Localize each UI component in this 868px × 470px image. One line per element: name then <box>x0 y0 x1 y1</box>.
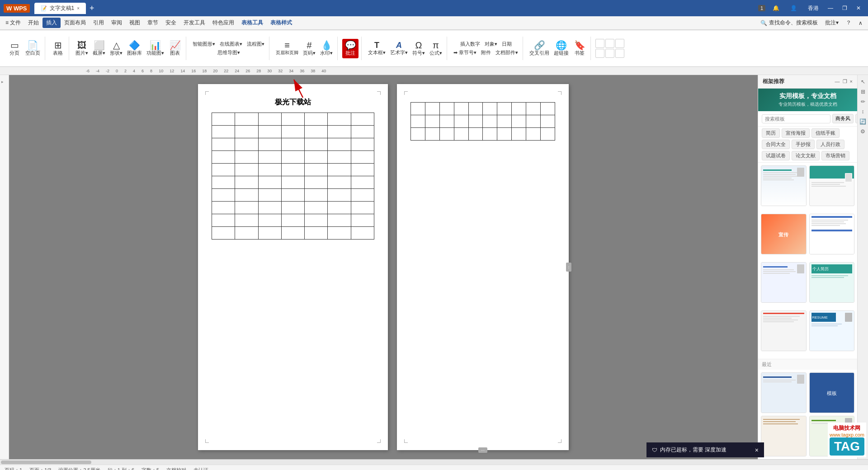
template-item-recent-2[interactable]: 模板 <box>809 372 855 413</box>
ribbon-btn-misc1[interactable] <box>595 39 604 48</box>
ribbon-btn-misc5[interactable] <box>605 49 614 58</box>
tag-letter[interactable]: 信纸手账 <box>811 128 840 138</box>
template-item-5[interactable] <box>761 262 807 303</box>
document-page-1[interactable]: 极光下载站 <box>198 84 388 450</box>
tag-thesis[interactable]: 论文文献 <box>792 151 820 160</box>
menu-layout[interactable]: 页面布局 <box>61 18 90 28</box>
ribbon-btn-misc2[interactable] <box>605 39 614 48</box>
bell-icon[interactable]: 🔔 <box>769 5 783 11</box>
side-icon-6[interactable]: ⚙ <box>860 128 865 135</box>
right-panel-restore[interactable]: ❐ <box>843 79 847 85</box>
menu-table-style[interactable]: 表格样式 <box>267 18 296 28</box>
ribbon-btn-smartshape[interactable]: 智能图形▾ <box>191 40 217 48</box>
ribbon-btn-onlinechart[interactable]: 在线图表▾ <box>218 40 244 48</box>
tag-resume[interactable]: 简历 <box>762 128 780 138</box>
template-item-recent-1[interactable] <box>761 372 807 413</box>
tag-hr[interactable]: 人员行政 <box>816 140 844 149</box>
ribbon-btn-attach[interactable]: 附件 <box>479 49 493 56</box>
ribbon-btn-table[interactable]: ⊞ 表格 <box>50 40 66 57</box>
side-icon-1[interactable]: ↖ <box>861 79 865 85</box>
tag-marketing[interactable]: 市场营销 <box>821 151 849 160</box>
menu-view[interactable]: 视图 <box>126 18 144 28</box>
menu-section[interactable]: 章节 <box>144 18 162 28</box>
ribbon-btn-flowchart[interactable]: 流程图▾ <box>245 40 266 48</box>
ribbon-btn-chart[interactable]: 📈 图表 <box>167 40 183 57</box>
tag-exam[interactable]: 试题试卷 <box>762 151 790 160</box>
side-icon-5[interactable]: 🔄 <box>859 118 866 125</box>
document-area[interactable]: 极光下载站 ⋮ ⋯ <box>9 75 758 459</box>
menu-comment[interactable]: 批注▾ <box>821 18 842 28</box>
ribbon-btn-misc4[interactable] <box>595 49 604 58</box>
resize-handle[interactable]: ⋮ <box>566 263 571 272</box>
ribbon-btn-headerfooter[interactable]: ≡ 页眉和页脚 <box>274 40 300 57</box>
page-1-table[interactable] <box>212 113 374 240</box>
template-item-1[interactable] <box>761 165 807 206</box>
menu-file[interactable]: ≡ 文件 <box>2 18 24 28</box>
menu-review[interactable]: 审阅 <box>108 18 126 28</box>
ribbon-btn-date[interactable]: 日期 <box>500 40 514 48</box>
ribbon-btn-watermark[interactable]: 💧 水印▾ <box>318 40 335 57</box>
ribbon-btn-shape[interactable]: △ 形状▾ <box>108 40 124 57</box>
menu-security[interactable]: 安全 <box>162 18 180 28</box>
ribbon-btn-misc6[interactable] <box>615 49 624 58</box>
template-search-input[interactable] <box>762 114 830 123</box>
window-close-button[interactable]: ✕ <box>853 5 864 11</box>
ribbon-btn-object[interactable]: 对象▾ <box>483 40 499 48</box>
ribbon-btn-sectionnum[interactable]: ➡ 章节号▾ <box>452 49 478 56</box>
ribbon-btn-pagenumber[interactable]: # 页码▾ <box>301 40 317 57</box>
expand-handle[interactable]: ⋯ <box>478 447 487 453</box>
ad-close-button[interactable]: × <box>755 446 759 454</box>
tag-contract[interactable]: 合同大全 <box>762 140 790 149</box>
ribbon-btn-fenye[interactable]: ▭ 分页 <box>6 40 23 57</box>
side-icon-3[interactable]: ✏ <box>861 99 865 105</box>
ribbon-btn-bookmark[interactable]: 🔖 书签 <box>571 40 588 57</box>
ribbon-btn-wordart[interactable]: A 艺术字▾ <box>388 40 410 57</box>
ribbon-btn-crossref[interactable]: 🔗 交叉引用 <box>528 40 551 57</box>
ribbon-btn-symbol[interactable]: Ω 符号▾ <box>410 40 427 57</box>
window-restore-button[interactable]: ❐ <box>839 5 851 11</box>
side-icon-4[interactable]: ↕ <box>862 108 864 115</box>
ribbon-btn-blankpage[interactable]: 📄 空白页 <box>24 40 42 57</box>
horizontal-scrollbar[interactable] <box>0 459 868 465</box>
tag-handbook[interactable]: 手抄报 <box>792 140 815 149</box>
ribbon-btn-image[interactable]: 🖼 图片▾ <box>74 40 90 57</box>
ribbon-btn-insertnum[interactable]: 插入数字 <box>458 40 482 48</box>
menu-help[interactable]: ？ <box>842 18 855 28</box>
ribbon-btn-iconlib[interactable]: 🔷 图标库 <box>125 40 144 57</box>
tag-poster[interactable]: 宣传海报 <box>782 128 810 138</box>
side-icon-2[interactable]: ⊞ <box>861 89 865 95</box>
ribbon-btn-screenshot[interactable]: ⬜ 截屏▾ <box>91 40 107 57</box>
template-item-4[interactable] <box>809 214 855 254</box>
template-item-3[interactable]: 宣传 <box>761 214 807 254</box>
menu-references[interactable]: 引用 <box>90 18 108 28</box>
ribbon-btn-formula[interactable]: π 公式▾ <box>428 40 444 57</box>
document-page-2[interactable]: ⋮ ⋯ <box>397 84 569 450</box>
ribbon-btn-misc3[interactable] <box>615 39 624 48</box>
search-command[interactable]: 🔍 查找命令、搜索模板 <box>757 18 821 28</box>
scrollbar-thumb[interactable] <box>1 461 91 464</box>
ribbon-btn-annotation[interactable]: 💬 批注 <box>342 39 359 58</box>
doc-tab[interactable]: 📝 文字文稿1 × <box>34 3 86 14</box>
template-item-8[interactable]: RESUME <box>809 310 855 351</box>
new-tab-button[interactable]: + <box>90 4 94 12</box>
right-panel-minimize[interactable]: — <box>835 79 840 85</box>
menu-table-tools[interactable]: 表格工具 <box>238 18 267 28</box>
menu-devtools[interactable]: 开发工具 <box>180 18 209 28</box>
template-item-6[interactable]: 个人简历 <box>809 262 855 303</box>
page-2-table[interactable] <box>410 102 555 141</box>
ribbon-btn-mindmap[interactable]: 思维导图▾ <box>216 49 242 56</box>
ribbon-btn-funcdiag[interactable]: 📊 功能图▾ <box>145 40 166 57</box>
template-item-2[interactable] <box>809 165 855 206</box>
ribbon-btn-hyperlink[interactable]: 🌐 超链接 <box>552 40 571 57</box>
menu-insert[interactable]: 插入 <box>42 18 61 28</box>
ribbon-btn-docpart[interactable]: 文档部件▾ <box>494 49 520 56</box>
business-tag[interactable]: 商务风 <box>832 114 854 123</box>
menu-home[interactable]: 开始 <box>24 18 42 28</box>
menu-features[interactable]: 特色应用 <box>209 18 238 28</box>
template-item-7[interactable] <box>761 310 807 351</box>
close-tab-button[interactable]: × <box>77 6 80 11</box>
template-item-recent-3[interactable] <box>761 416 807 456</box>
right-panel-close[interactable]: × <box>850 79 853 85</box>
window-minimize-button[interactable]: — <box>824 5 837 11</box>
ribbon-btn-textbox[interactable]: T 文本框▾ <box>366 40 387 57</box>
